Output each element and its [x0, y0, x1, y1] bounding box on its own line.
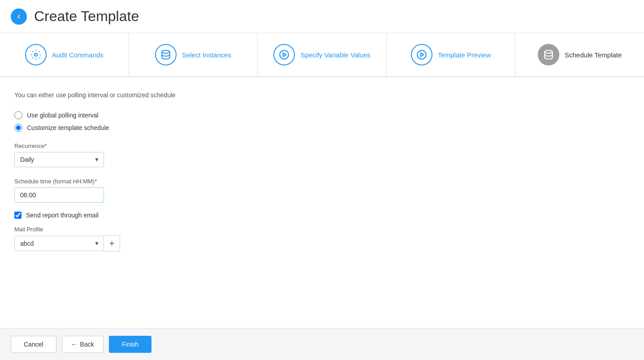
- global-polling-radio[interactable]: [14, 111, 22, 119]
- steps-bar: Audit Commands Select Instances Specify …: [0, 33, 644, 77]
- mail-profile-label: Mail Profile: [14, 226, 630, 233]
- customize-schedule-label: Customize template schedule: [27, 124, 109, 131]
- add-mail-profile-button[interactable]: +: [104, 235, 120, 252]
- svg-point-0: [35, 53, 38, 56]
- radio-global-polling[interactable]: Use global polling interval: [14, 111, 630, 119]
- page-header: Create Template: [0, 0, 644, 33]
- description-text: You can either use polling interval or c…: [14, 91, 630, 99]
- recurrence-select[interactable]: Daily Weekly Monthly: [14, 152, 104, 167]
- recurrence-select-wrapper: Daily Weekly Monthly ▼: [14, 152, 104, 167]
- mail-profile-select[interactable]: abcd: [14, 236, 104, 251]
- mail-profile-section: Mail Profile abcd ▼ +: [14, 226, 630, 252]
- schedule-template-icon-circle: [538, 44, 559, 65]
- send-email-checkbox[interactable]: [14, 212, 22, 219]
- step-schedule-template-label: Schedule Template: [565, 51, 622, 59]
- customize-schedule-radio[interactable]: [14, 124, 22, 132]
- page-back-button[interactable]: [11, 9, 27, 25]
- audit-commands-icon-circle: [25, 44, 47, 65]
- schedule-time-section: Schedule time (format HH:MM)*: [14, 178, 630, 203]
- recurrence-label: Recurrence*: [14, 143, 630, 149]
- page-title: Create Template: [34, 8, 139, 25]
- step-audit-commands[interactable]: Audit Commands: [0, 33, 129, 76]
- svg-marker-3: [283, 53, 286, 57]
- step-template-preview-label: Template Preview: [438, 51, 491, 59]
- step-select-instances[interactable]: Select Instances: [129, 33, 258, 76]
- global-polling-label: Use global polling interval: [27, 112, 99, 119]
- step-schedule-template[interactable]: Schedule Template: [515, 33, 644, 76]
- template-preview-icon-circle: [411, 44, 432, 65]
- step-audit-commands-label: Audit Commands: [52, 51, 104, 59]
- svg-point-4: [417, 50, 426, 59]
- send-email-label: Send report through email: [26, 212, 99, 219]
- step-specify-variable-values[interactable]: Specify Variable Values: [258, 33, 387, 76]
- svg-point-2: [280, 50, 289, 59]
- svg-point-6: [545, 50, 552, 53]
- step-specify-variable-values-label: Specify Variable Values: [300, 51, 370, 59]
- mail-profile-select-wrapper: abcd ▼: [14, 236, 104, 251]
- specify-variable-values-icon-circle: [273, 44, 295, 65]
- step-select-instances-label: Select Instances: [182, 51, 231, 59]
- send-email-row[interactable]: Send report through email: [14, 212, 630, 219]
- step-template-preview[interactable]: Template Preview: [387, 33, 516, 76]
- select-instances-icon-circle: [155, 44, 177, 65]
- svg-point-1: [162, 50, 169, 53]
- schedule-time-label: Schedule time (format HH:MM)*: [14, 178, 630, 185]
- mail-profile-row: abcd ▼ +: [14, 235, 630, 252]
- svg-marker-5: [421, 53, 424, 57]
- content-area: You can either use polling interval or c…: [0, 77, 644, 292]
- radio-customize-schedule[interactable]: Customize template schedule: [14, 124, 630, 132]
- schedule-time-input[interactable]: [14, 187, 104, 203]
- recurrence-section: Recurrence* Daily Weekly Monthly ▼: [14, 143, 630, 167]
